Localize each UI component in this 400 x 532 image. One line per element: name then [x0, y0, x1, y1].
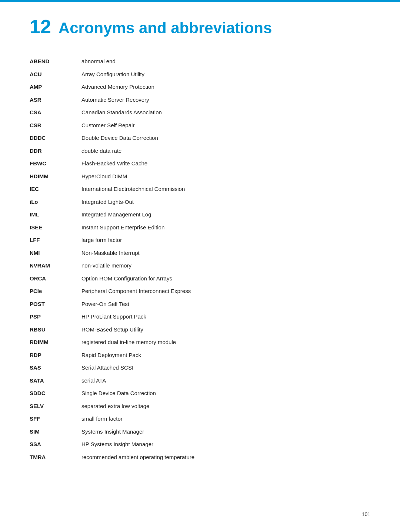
- acronym-definition: Customer Self Repair: [81, 119, 370, 132]
- table-row: PCIePeripheral Component Interconnect Ex…: [30, 285, 370, 298]
- acronym-definition: Option ROM Configuration for Arrays: [81, 272, 370, 285]
- acronym-definition: separated extra low voltage: [81, 400, 370, 413]
- table-row: SASSerial Attached SCSI: [30, 361, 370, 374]
- acronym-definition: Double Device Data Correction: [81, 132, 370, 145]
- acronym-definition: Systems Insight Manager: [81, 425, 370, 438]
- table-row: RDIMMregistered dual in-line memory modu…: [30, 336, 370, 349]
- acronym-abbr: SFF: [30, 413, 81, 425]
- acronym-definition: registered dual in-line memory module: [81, 336, 370, 349]
- table-row: NMINon-Maskable Interrupt: [30, 247, 370, 260]
- page-number: 101: [362, 511, 370, 517]
- acronym-abbr: SAS: [30, 361, 81, 374]
- acronym-definition: ROM-Based Setup Utility: [81, 323, 370, 336]
- chapter-title: Acronyms and abbreviations: [59, 20, 272, 37]
- acronym-abbr: PSP: [30, 310, 81, 323]
- table-row: PSPHP ProLiant Support Pack: [30, 310, 370, 323]
- chapter-header: 12 Acronyms and abbreviations: [30, 17, 370, 37]
- acronym-abbr: RDIMM: [30, 336, 81, 349]
- acronym-abbr: DDDC: [30, 132, 81, 145]
- acronym-abbr: ORCA: [30, 272, 81, 285]
- acronym-abbr: ISEE: [30, 221, 81, 234]
- table-row: IMLIntegrated Management Log: [30, 208, 370, 221]
- acronym-definition: small form factor: [81, 413, 370, 425]
- acronym-abbr: SIM: [30, 425, 81, 438]
- acronym-abbr: SDDC: [30, 387, 81, 400]
- acronym-definition: Integrated Lights-Out: [81, 196, 370, 209]
- acronym-abbr: SATA: [30, 374, 81, 387]
- table-row: SDDCSingle Device Data Correction: [30, 387, 370, 400]
- acronym-abbr: ACU: [30, 68, 81, 81]
- acronym-definition: Advanced Memory Protection: [81, 81, 370, 94]
- acronym-abbr: POST: [30, 298, 81, 311]
- acronym-definition: recommended ambient operating temperatur…: [81, 451, 370, 464]
- acronym-definition: Flash-Backed Write Cache: [81, 157, 370, 170]
- acronym-definition: Automatic Server Recovery: [81, 94, 370, 107]
- table-row: DDDCDouble Device Data Correction: [30, 132, 370, 145]
- table-row: SIMSystems Insight Manager: [30, 425, 370, 438]
- acronym-definition: Instant Support Enterprise Edition: [81, 221, 370, 234]
- table-row: SSAHP Systems Insight Manager: [30, 438, 370, 451]
- acronym-definition: Non-Maskable Interrupt: [81, 247, 370, 260]
- table-row: LFFlarge form factor: [30, 234, 370, 247]
- acronym-abbr: IEC: [30, 183, 81, 196]
- table-row: IECInternational Electrotechnical Commis…: [30, 183, 370, 196]
- acronym-abbr: NMI: [30, 247, 81, 260]
- acronym-abbr: DDR: [30, 145, 81, 158]
- table-row: TMRArecommended ambient operating temper…: [30, 451, 370, 464]
- acronym-abbr: CSA: [30, 106, 81, 119]
- acronym-definition: Single Device Data Correction: [81, 387, 370, 400]
- table-row: RDPRapid Deployment Pack: [30, 349, 370, 362]
- table-row: ASRAutomatic Server Recovery: [30, 94, 370, 107]
- table-row: ORCAOption ROM Configuration for Arrays: [30, 272, 370, 285]
- acronym-definition: serial ATA: [81, 374, 370, 387]
- acronym-definition: large form factor: [81, 234, 370, 247]
- table-row: iLoIntegrated Lights-Out: [30, 196, 370, 209]
- acronym-definition: International Electrotechnical Commissio…: [81, 183, 370, 196]
- acronym-abbr: SELV: [30, 400, 81, 413]
- table-row: SELVseparated extra low voltage: [30, 400, 370, 413]
- acronym-abbr: PCIe: [30, 285, 81, 298]
- acronym-abbr: NVRAM: [30, 259, 81, 272]
- table-row: NVRAMnon-volatile memory: [30, 259, 370, 272]
- acronym-table: ABENDabnormal endACUArray Configuration …: [30, 55, 370, 464]
- chapter-number: 12: [30, 17, 51, 36]
- acronym-definition: HyperCloud DIMM: [81, 170, 370, 183]
- acronym-abbr: SSA: [30, 438, 81, 451]
- acronym-definition: Integrated Management Log: [81, 208, 370, 221]
- acronym-definition: abnormal end: [81, 55, 370, 68]
- acronym-abbr: ABEND: [30, 55, 81, 68]
- table-row: AMPAdvanced Memory Protection: [30, 81, 370, 94]
- table-row: CSRCustomer Self Repair: [30, 119, 370, 132]
- acronym-abbr: LFF: [30, 234, 81, 247]
- acronym-definition: Rapid Deployment Pack: [81, 349, 370, 362]
- table-row: SATAserial ATA: [30, 374, 370, 387]
- table-row: FBWCFlash-Backed Write Cache: [30, 157, 370, 170]
- acronym-abbr: TMRA: [30, 451, 81, 464]
- table-row: ACUArray Configuration Utility: [30, 68, 370, 81]
- acronym-definition: HP ProLiant Support Pack: [81, 310, 370, 323]
- acronym-abbr: HDIMM: [30, 170, 81, 183]
- table-row: RBSUROM-Based Setup Utility: [30, 323, 370, 336]
- acronym-definition: double data rate: [81, 145, 370, 158]
- table-row: HDIMMHyperCloud DIMM: [30, 170, 370, 183]
- table-row: ISEEInstant Support Enterprise Edition: [30, 221, 370, 234]
- acronym-definition: HP Systems Insight Manager: [81, 438, 370, 451]
- acronym-abbr: FBWC: [30, 157, 81, 170]
- acronym-definition: Serial Attached SCSI: [81, 361, 370, 374]
- table-row: SFFsmall form factor: [30, 413, 370, 425]
- acronym-definition: Power-On Self Test: [81, 298, 370, 311]
- acronym-definition: Peripheral Component Interconnect Expres…: [81, 285, 370, 298]
- acronym-definition: Canadian Standards Association: [81, 106, 370, 119]
- acronym-abbr: RDP: [30, 349, 81, 362]
- acronym-abbr: ASR: [30, 94, 81, 107]
- acronym-definition: Array Configuration Utility: [81, 68, 370, 81]
- acronym-abbr: CSR: [30, 119, 81, 132]
- acronym-abbr: AMP: [30, 81, 81, 94]
- table-row: CSACanadian Standards Association: [30, 106, 370, 119]
- acronym-abbr: iLo: [30, 196, 81, 209]
- table-row: ABENDabnormal end: [30, 55, 370, 68]
- acronym-definition: non-volatile memory: [81, 259, 370, 272]
- table-row: DDRdouble data rate: [30, 145, 370, 158]
- table-row: POSTPower-On Self Test: [30, 298, 370, 311]
- acronym-abbr: IML: [30, 208, 81, 221]
